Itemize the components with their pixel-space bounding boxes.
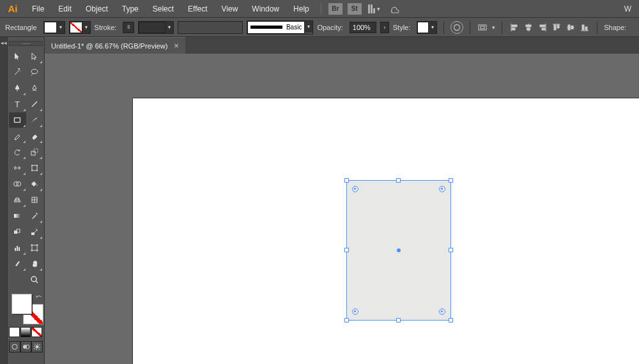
workspace-switcher[interactable]: ▾	[368, 4, 380, 13]
graphic-style-dropdown[interactable]: ▾	[417, 21, 437, 34]
none-mode-button[interactable]	[31, 327, 42, 337]
resize-handle-tl[interactable]	[344, 178, 349, 183]
selection-tool[interactable]	[9, 49, 26, 64]
gradient-tool[interactable]	[9, 208, 26, 224]
free-transform-tool[interactable]	[26, 160, 43, 176]
opacity-input[interactable]: 100%	[350, 22, 376, 33]
menu-object[interactable]: Object	[79, 2, 114, 16]
svg-rect-5	[512, 28, 515, 30]
draw-normal-button[interactable]	[9, 341, 20, 353]
rectangle-tool[interactable]	[9, 112, 26, 128]
svg-point-0	[454, 24, 460, 30]
stroke-weight-stepper[interactable]: ⇳	[123, 22, 134, 33]
hand-tool[interactable]	[26, 256, 43, 271]
resize-handle-ml[interactable]	[344, 248, 349, 252]
align-bottom-button[interactable]	[579, 22, 590, 33]
blend-tool[interactable]	[9, 224, 26, 239]
fill-swatch-dropdown[interactable]: ▾	[43, 21, 65, 34]
shape-label[interactable]: Shape:	[604, 24, 626, 31]
column-graph-tool[interactable]	[9, 240, 26, 255]
align-left-button[interactable]	[509, 22, 520, 33]
live-corner-widget[interactable]	[439, 186, 445, 192]
scale-tool[interactable]	[26, 144, 43, 160]
live-corner-widget[interactable]	[439, 308, 445, 315]
stock-button[interactable]: St	[348, 3, 362, 15]
lasso-tool[interactable]	[26, 64, 43, 80]
mesh-tool[interactable]	[26, 192, 43, 208]
color-mode-button[interactable]	[9, 327, 20, 337]
swap-fill-stroke-icon[interactable]: ⤺	[36, 292, 42, 301]
resize-handle-br[interactable]	[449, 318, 453, 322]
stroke-swatch-dropdown[interactable]: ▾	[69, 21, 91, 34]
fill-swatch	[44, 22, 57, 33]
fill-color-swatch[interactable]	[12, 294, 32, 314]
gradient-mode-button[interactable]	[20, 327, 31, 337]
draw-inside-button[interactable]	[31, 341, 43, 353]
menu-file[interactable]: File	[26, 2, 50, 16]
panel-collapse-button[interactable]: ◂◂	[0, 37, 8, 364]
live-corner-widget[interactable]	[352, 186, 358, 192]
perspective-grid-tool[interactable]	[9, 192, 26, 208]
eraser-tool[interactable]	[26, 128, 43, 144]
chevron-down-icon[interactable]: ▾	[492, 24, 495, 31]
resize-handle-mr[interactable]	[449, 248, 453, 252]
menu-select[interactable]: Select	[146, 2, 180, 16]
stroke-label[interactable]: Stroke:	[95, 24, 117, 31]
symbol-sprayer-tool[interactable]	[26, 224, 43, 239]
line-segment-tool[interactable]	[26, 96, 43, 112]
pen-tool[interactable]	[9, 80, 26, 96]
rotate-tool[interactable]	[9, 144, 26, 160]
svg-point-47	[12, 344, 17, 349]
menu-bar: Ai File Edit Object Type Select Effect V…	[0, 0, 639, 17]
resize-handle-tm[interactable]	[396, 178, 401, 183]
resize-handle-bl[interactable]	[344, 318, 349, 322]
width-tool[interactable]	[9, 160, 26, 176]
selection-bounding-box[interactable]	[346, 180, 451, 321]
type-tool[interactable]: T	[9, 96, 26, 112]
style-label[interactable]: Style:	[393, 24, 411, 31]
align-top-button[interactable]	[551, 22, 562, 33]
bridge-button[interactable]: Br	[328, 3, 343, 15]
recolor-artwork-button[interactable]	[450, 21, 463, 34]
menu-help[interactable]: Help	[287, 2, 316, 16]
svg-rect-1	[479, 25, 486, 30]
align-hcenter-button[interactable]	[523, 22, 534, 33]
shaper-tool[interactable]	[9, 128, 26, 144]
app-logo: Ai	[5, 1, 20, 17]
zoom-tool[interactable]	[26, 272, 43, 287]
selection-type-label: Rectangle	[5, 24, 37, 31]
direct-selection-tool[interactable]	[26, 49, 43, 64]
menu-view[interactable]: View	[215, 2, 245, 16]
sync-settings-icon[interactable]	[389, 4, 401, 14]
curvature-tool[interactable]	[26, 80, 43, 96]
brush-definition-dropdown[interactable]: ▾	[138, 21, 174, 34]
shape-builder-tool[interactable]	[9, 176, 26, 192]
paintbrush-tool[interactable]	[26, 112, 43, 128]
menu-type[interactable]: Type	[116, 2, 145, 16]
viewport[interactable]	[45, 54, 639, 364]
svg-point-45	[31, 277, 36, 282]
magic-wand-tool[interactable]	[9, 64, 26, 80]
variable-width-profile[interactable]	[178, 21, 243, 34]
eyedropper-tool[interactable]	[26, 208, 43, 224]
align-to-selection-button[interactable]	[477, 22, 488, 33]
align-vcenter-button[interactable]	[565, 22, 576, 33]
document-tab[interactable]: Untitled-1* @ 66.67% (RGB/Preview) ×	[45, 37, 185, 54]
menu-window[interactable]: Window	[245, 2, 286, 16]
menu-edit[interactable]: Edit	[52, 2, 78, 16]
menu-effect[interactable]: Effect	[181, 2, 213, 16]
draw-behind-button[interactable]	[20, 341, 32, 353]
panel-grip[interactable]	[9, 41, 43, 46]
artboard-tool[interactable]	[26, 240, 43, 255]
resize-handle-tr[interactable]	[449, 178, 453, 183]
brush-profile-dropdown[interactable]: Basic ▾	[247, 20, 313, 34]
align-right-button[interactable]	[537, 22, 548, 33]
resize-handle-bm[interactable]	[396, 318, 401, 322]
svg-rect-37	[14, 214, 20, 218]
live-paint-bucket-tool[interactable]	[26, 176, 43, 192]
slice-tool[interactable]	[9, 256, 26, 271]
opacity-dropdown[interactable]: ›	[380, 22, 389, 33]
live-corner-widget[interactable]	[352, 308, 358, 315]
close-tab-icon[interactable]: ×	[174, 41, 179, 50]
opacity-label[interactable]: Opacity:	[317, 24, 343, 31]
